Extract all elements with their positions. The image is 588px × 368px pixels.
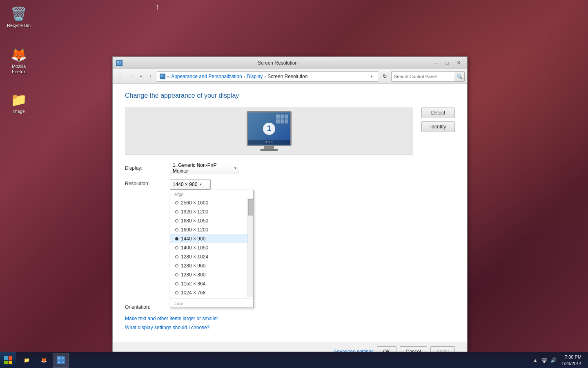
firefox-icon: 🦊 — [11, 47, 27, 63]
recycle-bin-label: Recycle Bin — [7, 23, 31, 28]
resolution-select[interactable]: 588 × 368 ▾ — [170, 179, 211, 190]
taskbar-item-explorer[interactable]: 📁 — [18, 353, 35, 368]
dropdown-high-label: High — [170, 190, 253, 198]
svg-rect-5 — [161, 75, 163, 76]
windows-logo — [4, 356, 12, 364]
resolution-label: Resolution: — [125, 181, 170, 186]
desktop: ↑ 🗑️ Recycle Bin 🦊 Mozilla Firefox 📁 ima… — [0, 0, 588, 368]
dropdown-scrollbar[interactable] — [247, 198, 253, 297]
address-chevron-2: › — [265, 74, 266, 79]
detect-button[interactable]: Detect — [421, 108, 455, 118]
address-bar[interactable]: « Appearance and Personalization › Displ… — [157, 71, 378, 82]
address-chevron-1: › — [244, 74, 245, 79]
window-icon — [116, 60, 122, 66]
network-icon[interactable] — [541, 357, 548, 364]
monitor-number: 1 — [263, 123, 275, 135]
minimize-button[interactable]: ─ — [430, 59, 441, 67]
display-row: Display: 1. Generic Non-PnP Monitor ▾ — [125, 163, 455, 173]
resolution-value: 588 × 368 — [173, 182, 197, 187]
nav-dropdown-button[interactable]: ▾ — [138, 72, 144, 81]
display-label: Display: — [125, 165, 170, 171]
resolution-option-10[interactable]: 1024 × 768 — [170, 288, 253, 297]
identify-button[interactable]: Identify — [421, 121, 455, 132]
window-controls: ─ □ ✕ — [430, 59, 464, 67]
resolution-control: 588 × 368 ▾ High 2560 × 1600 — [170, 179, 211, 190]
maximize-button[interactable]: □ — [442, 59, 452, 67]
desktop-icon-image[interactable]: 📁 image — [4, 90, 33, 116]
window-title: Screen Resolution — [125, 60, 430, 66]
window-titlebar: Screen Resolution ─ □ ✕ — [113, 57, 467, 69]
option-bullet-7 — [175, 264, 178, 267]
refresh-button[interactable]: ↻ — [380, 72, 390, 81]
dropdown-scroll-area[interactable]: 2560 × 1600 1920 × 1200 1680 × 1050 — [170, 198, 253, 297]
address-display[interactable]: Display — [247, 74, 263, 79]
display-value: 1. Generic Non-PnP Monitor — [173, 162, 232, 174]
monitor-graphic: 1 — [247, 111, 292, 146]
show-desktop-button[interactable] — [585, 352, 588, 368]
window-content: Change the appearance of your display 1 — [113, 84, 467, 342]
link-row-1: What display settings should I choose? — [125, 325, 455, 330]
resolution-dropdown[interactable]: High 2560 × 1600 1920 × 1200 — [170, 190, 254, 308]
orientation-label: Orientation: — [125, 304, 170, 310]
taskbar-clock[interactable]: 7:30 PM 1/23/2014 — [558, 353, 585, 368]
start-button[interactable] — [0, 352, 16, 368]
resolution-option-1[interactable]: 1920 × 1200 — [170, 207, 253, 216]
resolution-option-0[interactable]: 2560 × 1600 — [170, 198, 253, 207]
svg-rect-3 — [117, 63, 121, 65]
display-select[interactable]: 1. Generic Non-PnP Monitor ▾ — [170, 163, 239, 173]
taskbar-item-firefox[interactable]: 🦊 — [36, 353, 52, 368]
resolution-option-2[interactable]: 1680 × 1050 — [170, 216, 253, 225]
monitor-side-buttons: Detect Identify — [421, 108, 455, 132]
resolution-option-7[interactable]: 1280 × 960 — [170, 261, 253, 270]
close-button[interactable]: ✕ — [453, 59, 464, 67]
resolution-option-5[interactable]: 1400 × 1050 — [170, 243, 253, 252]
firefox-label: Mozilla Firefox — [6, 64, 32, 74]
dropdown-low-label: Low — [170, 299, 253, 307]
notification-area: ▲ 🔊 — [530, 357, 558, 364]
taskbar-item-control-panel[interactable] — [53, 353, 69, 368]
make-text-link[interactable]: Make text and other items larger or smal… — [125, 316, 218, 321]
screen-resolution-window: Screen Resolution ─ □ ✕ ‹ › ▾ ↑ « — [112, 56, 468, 361]
up-button[interactable]: ↑ — [145, 72, 155, 81]
display-settings-link[interactable]: What display settings should I choose? — [125, 325, 209, 330]
monitor-grid — [276, 114, 288, 123]
address-dropdown-arrow[interactable]: ▾ — [368, 72, 375, 81]
resolution-dropdown-arrow: ▾ — [200, 182, 202, 186]
search-input[interactable] — [392, 74, 454, 79]
search-button[interactable]: 🔍 — [454, 72, 464, 81]
search-box[interactable]: 🔍 — [391, 71, 465, 82]
control-panel-icon — [56, 356, 65, 365]
link-row-0: Make text and other items larger or smal… — [125, 316, 455, 321]
back-button[interactable]: ‹ — [115, 72, 125, 81]
explorer-icon: 📁 — [22, 356, 31, 365]
svg-point-14 — [62, 361, 64, 363]
monitor-area: 1 — [125, 108, 455, 155]
image-label: image — [13, 109, 25, 114]
firefox-taskbar-icon: 🦊 — [39, 356, 48, 365]
page-title: Change the appearance of your display — [125, 92, 455, 99]
taskbar-items: 📁 🦊 — [16, 352, 530, 368]
scrollbar-thumb[interactable] — [248, 199, 253, 215]
option-bullet-9 — [175, 282, 178, 285]
recycle-bin-icon: 🗑️ — [11, 6, 27, 22]
resolution-option-6[interactable]: 1280 × 1024 — [170, 252, 253, 261]
resolution-option-3[interactable]: 1600 × 1200 — [170, 225, 253, 234]
monitor-preview: 1 — [125, 108, 413, 155]
desktop-icon-recycle-bin[interactable]: 🗑️ Recycle Bin — [4, 4, 33, 30]
option-bullet-3 — [175, 228, 178, 231]
volume-icon[interactable]: 🔊 — [550, 357, 557, 364]
resolution-row: Resolution: 588 × 368 ▾ High 2560 × 160… — [125, 179, 455, 190]
resolution-option-8[interactable]: 1280 × 800 — [170, 270, 253, 279]
address-appearance[interactable]: Appearance and Personalization — [171, 74, 242, 79]
option-bullet-8 — [175, 273, 178, 276]
resolution-option-4[interactable]: 588 × 368 — [170, 234, 253, 243]
cursor: ↑ — [155, 2, 159, 11]
svg-rect-1 — [117, 61, 119, 63]
resolution-option-9[interactable]: 1152 × 864 — [170, 279, 253, 288]
svg-point-11 — [58, 357, 60, 359]
forward-button[interactable]: › — [127, 72, 136, 81]
navigation-bar: ‹ › ▾ ↑ « Appearance and Personalization… — [113, 69, 467, 84]
notif-expand-icon[interactable]: ▲ — [532, 357, 539, 364]
desktop-icon-firefox[interactable]: 🦊 Mozilla Firefox — [4, 45, 33, 76]
svg-point-12 — [62, 357, 64, 359]
